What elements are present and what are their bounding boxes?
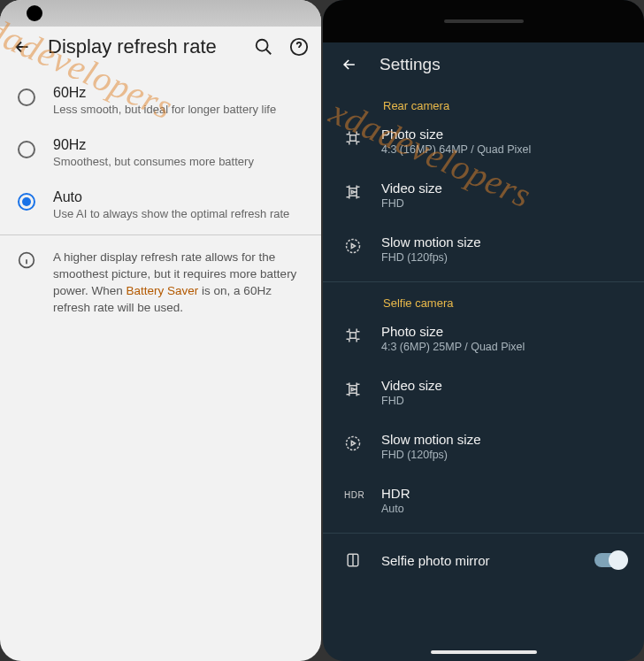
setting-value: 4:3 (16MP) 64MP / Quad Pixel xyxy=(381,143,626,156)
phone-right-camera-settings: Settings Rear camera Photo size 4:3 (16M… xyxy=(323,0,644,661)
gesture-bar[interactable] xyxy=(431,650,537,654)
search-icon[interactable] xyxy=(254,37,273,57)
info-icon xyxy=(18,251,35,269)
option-desc: Less smooth, but ideal for longer batter… xyxy=(53,103,303,116)
section-label-selfie: Selfie camera xyxy=(323,288,644,311)
toggle-label: Selfie photo mirror xyxy=(381,553,575,568)
setting-title: Photo size xyxy=(381,127,626,142)
svg-point-0 xyxy=(257,40,268,51)
setting-hdr[interactable]: HDR HDR Auto xyxy=(323,473,644,527)
option-title: 60Hz xyxy=(53,85,303,101)
svg-point-4 xyxy=(347,437,360,450)
setting-video-size-selfie[interactable]: Video size FHD xyxy=(323,365,644,419)
option-90hz[interactable]: 90Hz Smoothest, but consumes more batter… xyxy=(0,127,321,179)
back-icon[interactable] xyxy=(12,37,32,57)
setting-value: FHD (120fps) xyxy=(381,251,626,264)
battery-saver-link[interactable]: Battery Saver xyxy=(126,284,199,297)
setting-photo-size-selfie[interactable]: Photo size 4:3 (6MP) 25MP / Quad Pixel xyxy=(323,311,644,365)
top-bezel xyxy=(323,0,644,42)
setting-title: HDR xyxy=(381,486,626,501)
option-60hz[interactable]: 60Hz Less smooth, but ideal for longer b… xyxy=(0,74,321,127)
video-size-icon xyxy=(344,380,362,398)
setting-value: 4:3 (6MP) 25MP / Quad Pixel xyxy=(381,341,626,353)
slowmo-icon xyxy=(344,434,362,452)
page-title: Display refresh rate xyxy=(48,35,238,58)
option-desc: Use AI to always show the optimal refres… xyxy=(53,207,303,220)
mirror-icon xyxy=(344,551,362,569)
setting-slowmo-rear[interactable]: Slow motion size FHD (120fps) xyxy=(323,222,644,276)
setting-title: Photo size xyxy=(381,324,626,339)
toggle-switch[interactable] xyxy=(594,553,626,567)
statusbar xyxy=(0,0,321,27)
option-title: Auto xyxy=(53,189,303,205)
option-auto[interactable]: Auto Use AI to always show the optimal r… xyxy=(0,179,321,231)
speaker-grille xyxy=(444,19,524,23)
setting-value: FHD xyxy=(381,197,626,210)
photo-size-icon xyxy=(344,327,362,344)
back-icon[interactable] xyxy=(341,56,358,73)
divider xyxy=(0,234,321,235)
setting-selfie-mirror[interactable]: Selfie photo mirror xyxy=(323,539,644,581)
photo-size-icon xyxy=(344,129,362,147)
camera-hole xyxy=(27,5,42,21)
setting-title: Video size xyxy=(381,378,626,393)
setting-title: Slow motion size xyxy=(381,432,626,447)
setting-value: FHD (120fps) xyxy=(381,449,626,461)
video-size-icon xyxy=(344,183,362,201)
divider xyxy=(323,533,644,534)
section-label-rear: Rear camera xyxy=(323,90,644,114)
header: Display refresh rate xyxy=(0,27,321,74)
radio-icon xyxy=(18,141,35,158)
setting-value: FHD xyxy=(381,395,626,407)
slowmo-icon xyxy=(344,237,362,255)
divider xyxy=(323,281,644,282)
setting-photo-size-rear[interactable]: Photo size 4:3 (16MP) 64MP / Quad Pixel xyxy=(323,114,644,168)
info-row: A higher display refresh rate allows for… xyxy=(0,239,321,327)
setting-title: Video size xyxy=(381,181,626,196)
info-text: A higher display refresh rate allows for… xyxy=(53,250,303,317)
setting-value: Auto xyxy=(381,503,626,515)
setting-video-size-rear[interactable]: Video size FHD xyxy=(323,168,644,222)
svg-point-3 xyxy=(347,240,360,253)
radio-icon xyxy=(18,88,35,106)
hdr-icon: HDR xyxy=(344,490,362,500)
header: Settings xyxy=(323,42,644,90)
option-desc: Smoothest, but consumes more battery xyxy=(53,155,303,168)
radio-icon-selected xyxy=(18,193,35,211)
setting-title: Slow motion size xyxy=(381,234,626,250)
setting-slowmo-selfie[interactable]: Slow motion size FHD (120fps) xyxy=(323,419,644,473)
help-icon[interactable] xyxy=(289,37,309,57)
option-title: 90Hz xyxy=(53,137,303,153)
phone-left-display-settings: Display refresh rate 60Hz Less smooth, b… xyxy=(0,0,321,661)
page-title: Settings xyxy=(380,55,441,74)
